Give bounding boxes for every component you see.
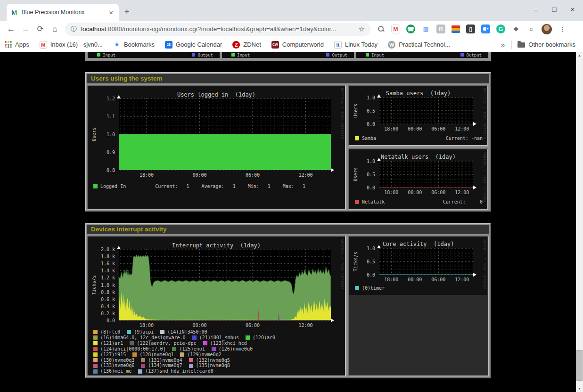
y-tick-label: 1.1	[88, 114, 115, 119]
legend-item: Current: -nan	[446, 136, 483, 141]
interrupt-activity-graph[interactable]: Interrupt activity (1day)Ticks/sRRDTOOL …	[88, 237, 345, 376]
rrdtool-watermark: RRDTOOL / TOBI OETIKER	[483, 88, 486, 139]
samba-users-panel: Samba users (1day)UsersRRDTOOL / TOBI OE…	[348, 85, 488, 146]
bookmark-item-bookmarks-star[interactable]: ★Bookmarks	[113, 41, 155, 49]
bookmarks-separator	[511, 41, 512, 49]
y-tick-label: 0.6 k	[88, 297, 115, 302]
bookmark-label: Apps	[15, 41, 29, 48]
legend-swatch-icon	[160, 330, 164, 334]
other-bookmarks-button[interactable]: Other bookmarks	[517, 41, 575, 48]
vertical-scrollbar[interactable]: ▲ ▼	[576, 52, 583, 392]
gmail-icon[interactable]: M	[391, 24, 400, 33]
section-users: Users using the system Users logged in (…	[85, 72, 491, 212]
legend-swatch-icon	[93, 347, 98, 351]
legend-item: (128)nvme0q1	[132, 352, 173, 358]
browser-tab[interactable]: M Blue Precision Monitorix ×	[7, 4, 119, 21]
tab-strip: M Blue Precision Monitorix × + – □ ×	[0, 0, 583, 21]
bookmark-item-computerworld[interactable]: CWComputerworld	[271, 41, 324, 49]
y-tick-label: 0.9	[88, 150, 115, 155]
bookmark-label: Inbox (16) - sjvn0...	[50, 41, 103, 48]
scroll-down-icon[interactable]: ▼	[576, 385, 583, 392]
legend-swatch-icon	[172, 347, 176, 351]
other-bookmarks-label: Other bookmarks	[528, 41, 575, 48]
window-minimize-icon[interactable]: –	[532, 5, 540, 13]
bookmark-item-linux-today[interactable]: ltLinux Today	[334, 41, 378, 49]
bookmark-item-google-calendar[interactable]: 28Google Calendar	[165, 41, 222, 49]
forward-icon[interactable]: →	[18, 24, 33, 34]
legend-swatch-icon	[246, 335, 250, 340]
legend-swatch-icon	[189, 358, 193, 362]
legend-swatch-icon	[130, 341, 134, 345]
computerworld-icon: CW	[271, 41, 279, 49]
grammarly-icon[interactable]: G	[496, 24, 505, 33]
interrupt-activity-panel: Interrupt activity (1day)Ticks/sRRDTOOL …	[87, 236, 346, 376]
y-tick-label: 1.4 k	[88, 268, 115, 273]
rrdtool-watermark: RRDTOOL / TOBI OETIKER	[340, 88, 344, 139]
legend-item: (124)ahci[0000:00:17.0]	[93, 346, 165, 352]
scrollbar-thumb[interactable]	[576, 350, 583, 381]
y-tick-label: 0.5	[349, 259, 375, 264]
legend-swatch-icon	[93, 352, 98, 357]
legend-item: (131)nvme0q4	[141, 358, 182, 363]
bookmark-label: Google Calendar	[176, 41, 222, 48]
x-tick-label: 06:00	[430, 126, 447, 131]
chart-title: Users logged in (1day)	[88, 91, 345, 98]
site-info-icon[interactable]: ⓘ	[71, 25, 77, 33]
new-tab-button[interactable]: +	[124, 8, 130, 16]
google-calendar-icon: 28	[165, 41, 172, 49]
scroll-up-icon[interactable]: ▲	[576, 52, 583, 59]
core-activity-graph[interactable]: Core activity (1day)Ticks/sRRDTOOL / TOB…	[349, 237, 487, 295]
y-tick-label: 1.6 k	[88, 261, 115, 266]
tab-close-icon[interactable]: ×	[108, 8, 114, 16]
legend-item: Current: 0	[443, 199, 483, 205]
y-tick-label: 1.0	[349, 159, 375, 164]
legend-item: (126)nvme0q0	[212, 346, 253, 352]
input-legend: Input	[97, 53, 115, 57]
output-legend: Output	[460, 53, 482, 57]
legend-swatch-icon	[180, 352, 184, 357]
profile-avatar-icon[interactable]	[542, 24, 552, 34]
legend-item: (133)nvme0q6	[93, 363, 134, 368]
browser-menu-icon[interactable]: ⋮	[558, 24, 567, 33]
legend-swatch-icon	[355, 136, 359, 140]
reload-icon[interactable]: ⟳	[33, 24, 48, 34]
users-logged-in-graph[interactable]: Users logged in (1day)UsersRRDTOOL / TOB…	[88, 86, 345, 209]
address-bar[interactable]: ⓘ localhost:8080/monitorix-cgi/monitorix…	[65, 23, 370, 36]
reading-stack-icon[interactable]	[452, 25, 460, 33]
bookmarks-star-icon: ★	[113, 41, 121, 49]
bookmark-item-apps[interactable]: Apps	[5, 41, 29, 48]
legend-swatch-icon	[141, 358, 145, 362]
rrdtool-watermark: RRDTOOL / TOBI OETIKER	[483, 239, 486, 290]
legend-item: Netatalk	[355, 199, 385, 205]
legend-swatch-icon	[93, 335, 98, 340]
bookmarks-overflow-icon[interactable]: »	[501, 41, 505, 49]
bookmark-item-practical-technology[interactable]: WPractical Technol...	[388, 41, 450, 49]
extensions-puzzle-icon[interactable]: ✚	[511, 24, 520, 33]
legend-swatch-icon	[93, 358, 98, 362]
google-voice-icon[interactable]: ☎	[406, 24, 415, 33]
playlist-icon[interactable]: ♫	[526, 24, 535, 33]
window-maximize-icon[interactable]: □	[550, 5, 558, 13]
home-icon[interactable]: ⌂	[48, 24, 62, 34]
samba-users-graph[interactable]: Samba users (1day)UsersRRDTOOL / TOBI OE…	[349, 86, 487, 145]
netatalk-users-graph[interactable]: Netatalk users (1day)UsersRRDTOOL / TOBI…	[349, 149, 487, 209]
bookmark-star-icon[interactable]: ☆	[359, 25, 365, 33]
chart-legend: (8)rtc0(9)acpi(14)INT3450:00(16)idma64.0…	[93, 329, 340, 374]
dark-app-icon[interactable]: ▯	[466, 24, 475, 33]
zoom-camera-icon[interactable]	[481, 24, 490, 33]
bookmark-item-zdnet[interactable]: ZZDNet	[232, 41, 261, 49]
window-close-icon[interactable]: ×	[569, 5, 576, 13]
r-app-icon[interactable]: R	[436, 24, 445, 33]
y-tick-label: 1.0	[349, 246, 375, 251]
section-users-header: Users using the system	[87, 74, 489, 83]
search-icon[interactable]	[377, 25, 385, 33]
legend-item: (122)aerdrv, pcie-dpc	[130, 341, 196, 346]
url-text: localhost:8080/monitorix-cgi/monitorix.c…	[81, 25, 355, 33]
back-icon[interactable]: ←	[4, 24, 18, 34]
legend-item: (123)xhci_hcd	[203, 341, 247, 346]
practical-technology-icon: W	[388, 41, 395, 49]
copy-pages-icon[interactable]: ▥	[421, 24, 430, 33]
bookmark-item-gmail-inbox[interactable]: MInbox (16) - sjvn0...	[40, 41, 103, 49]
y-tick-label: 0.0	[349, 122, 375, 127]
legend-swatch-icon	[355, 286, 359, 290]
